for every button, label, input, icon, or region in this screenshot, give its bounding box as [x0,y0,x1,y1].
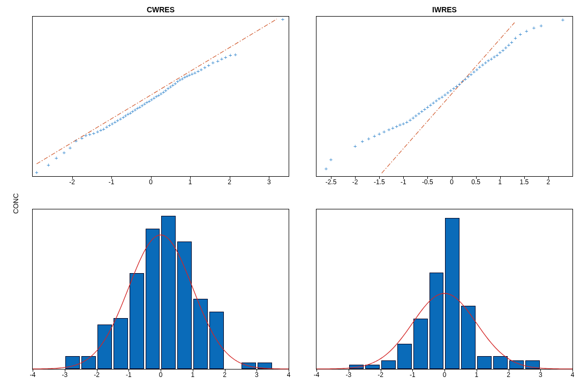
x-tick-label: -1 [109,178,115,186]
x-tick-label: -2 [378,371,383,379]
x-tick-label: 3 [255,371,259,379]
x-tick-label: 0 [450,178,454,186]
x-tick-label: 0.5 [471,178,480,186]
x-tick-label: -1.5 [374,178,385,186]
x-tick-label: 4 [571,371,575,379]
x-tick-label: 2 [507,371,510,379]
x-tick-label: -1 [401,178,406,186]
x-tick-label: 1 [191,371,194,379]
plot-area: -4-3-2-101234 [32,209,289,370]
x-tick-label: 2 [547,178,551,186]
x-tick-label: 3 [539,371,542,379]
x-tick-label: 1 [474,371,478,379]
x-tick-label: 3 [267,178,271,186]
x-tick-label: -3 [62,371,67,379]
x-tick-label: -1 [126,371,132,379]
panel-title-cwres: CWRES [32,5,289,14]
x-tick-label: -4 [30,371,36,379]
x-tick-label: -2.5 [326,178,337,186]
svg-line-0 [36,19,277,164]
x-tick-label: -0.5 [422,178,433,186]
panel-cwres-qq: CWRES ++++++++++++++++++++++++++++++++++… [32,16,289,177]
x-tick-label: -2 [352,178,358,186]
x-tick-label: -2 [94,371,100,379]
plot-area: ++++++++++++++++++++++++++++++++++++++++… [32,16,289,177]
x-tick-label: 0 [159,371,163,379]
panel-iwres-hist: -4-3-2-101234 [316,209,573,370]
panel-cwres-hist: -4-3-2-101234 [32,209,289,370]
x-tick-label: 1 [498,178,502,186]
x-tick-label: -1 [410,371,416,379]
plot-area: -4-3-2-101234 [316,209,573,370]
x-tick-label: 4 [287,371,291,379]
panel-title-iwres: IWRES [316,5,573,14]
svg-line-1 [382,22,515,173]
x-tick-label: 0 [149,178,153,186]
x-tick-label: 0 [443,371,447,379]
x-tick-label: 2 [228,178,231,186]
x-tick-label: -2 [69,178,75,186]
x-tick-label: 1 [189,178,192,186]
ylabel-conc: CONC [12,193,20,214]
x-tick-label: -4 [314,371,320,379]
x-tick-label: 2 [223,371,227,379]
figure: CONC CWRES +++++++++++++++++++++++++++++… [0,0,588,392]
panel-iwres-qq: IWRES ++++++++++++++++++++++++++++++++++… [316,16,573,177]
x-tick-label: -3 [345,371,351,379]
x-tick-label: 1.5 [519,178,529,186]
plot-area: ++++++++++++++++++++++++++++++++++++++++… [316,16,573,177]
